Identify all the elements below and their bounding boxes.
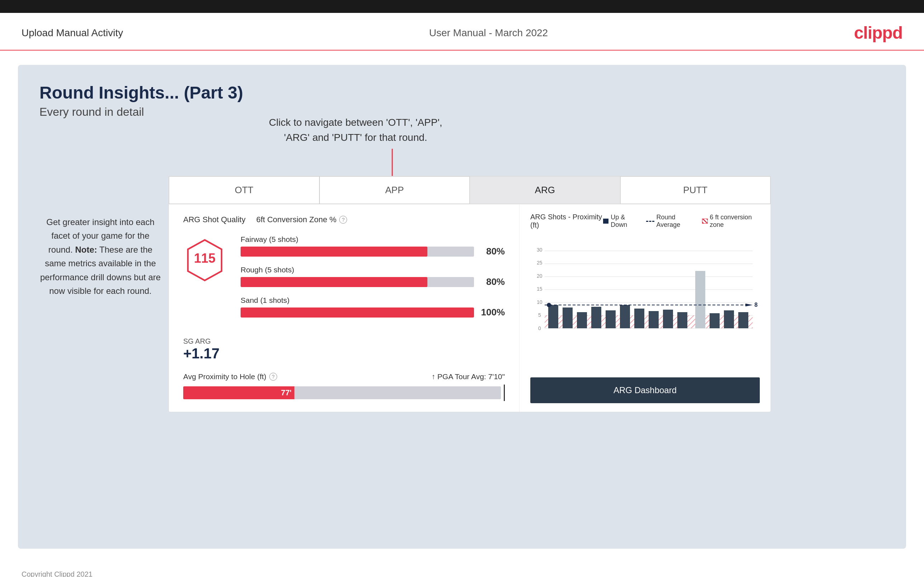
panel-header: ARG Shot Quality 6ft Conversion Zone % ? [183, 215, 505, 224]
svg-text:5: 5 [538, 312, 541, 318]
bar-row-rough: Rough (5 shots) 80% [241, 266, 505, 287]
bar-fill-rough [241, 277, 427, 287]
arg-dashboard-button[interactable]: ARG Dashboard [530, 377, 760, 403]
proximity-help-icon[interactable]: ? [269, 373, 277, 380]
svg-text:8: 8 [754, 302, 758, 308]
bar-wrapper-fairway: 80% [241, 246, 505, 257]
bar-fill-fairway [241, 247, 427, 256]
proximity-bar-text: 77' [281, 388, 291, 397]
section-subtitle: Every round in detail [39, 105, 885, 119]
bar-pct-fairway: 80% [480, 246, 505, 257]
bars-container: Fairway (5 shots) 80% Rough (5 shots) [241, 235, 505, 327]
legend-up-down: Up & Down [603, 214, 639, 229]
bar-wrapper-rough: 80% [241, 276, 505, 287]
chart-svg: 0 5 10 15 20 25 30 [530, 235, 760, 335]
bar-bg-sand [241, 308, 474, 318]
svg-rect-25 [620, 305, 630, 328]
left-panel: ARG Shot Quality 6ft Conversion Zone % ?… [169, 204, 520, 412]
conversion-zone-label: 6ft Conversion Zone % ? [256, 215, 347, 224]
header-center-title: User Manual - March 2022 [429, 27, 548, 39]
bar-row-sand: Sand (1 shots) 100% [241, 296, 505, 318]
bar-label-fairway: Fairway (5 shots) [241, 235, 505, 244]
bar-pct-sand: 100% [480, 307, 505, 318]
svg-rect-27 [695, 271, 705, 328]
sg-section: SG ARG +1.17 [183, 337, 505, 362]
top-bar [0, 0, 924, 13]
sg-value: +1.17 [183, 345, 505, 362]
tab-app[interactable]: APP [320, 176, 470, 204]
hex-value: 115 [194, 251, 215, 266]
svg-rect-28 [649, 311, 659, 328]
legend-round-avg: Round Average [646, 214, 695, 229]
hexagon-bars-container: 115 Fairway (5 shots) 80% [183, 235, 505, 327]
proximity-bar-fill: 77' [183, 386, 294, 399]
bar-bg-fairway [241, 247, 474, 256]
svg-rect-20 [548, 305, 558, 328]
tab-putt[interactable]: PUTT [620, 176, 771, 204]
proximity-cursor [504, 385, 505, 401]
proximity-avg: ↑ PGA Tour Avg: 7'10" [432, 372, 505, 381]
proximity-section: Avg Proximity to Hole (ft) ? ↑ PGA Tour … [183, 372, 505, 401]
bar-pct-rough: 80% [480, 276, 505, 287]
svg-rect-33 [738, 312, 748, 328]
legend-box-up-down [603, 219, 609, 224]
main-content: Round Insights... (Part 3) Every round i… [18, 65, 906, 549]
sg-label: SG ARG [183, 337, 505, 345]
tab-ott[interactable]: OTT [169, 176, 320, 204]
bar-label-sand: Sand (1 shots) [241, 296, 505, 305]
footer: Copyright Clippd 2021 [0, 563, 924, 577]
proximity-bar-bg: 77' [183, 386, 501, 399]
proximity-title: Avg Proximity to Hole (ft) ? [183, 372, 277, 381]
bar-label-rough: Rough (5 shots) [241, 266, 505, 274]
svg-text:25: 25 [537, 260, 543, 266]
right-panel: ARG Shots - Proximity (ft) Up & Down Rou… [520, 204, 771, 412]
bar-fill-sand [241, 308, 474, 318]
hexagon: 115 [183, 239, 226, 278]
svg-text:0: 0 [538, 326, 541, 331]
chart-header: ARG Shots - Proximity (ft) Up & Down Rou… [530, 213, 760, 229]
chart-area: 0 5 10 15 20 25 30 [530, 235, 760, 372]
section-title: Round Insights... (Part 3) [39, 83, 885, 103]
svg-point-35 [547, 303, 551, 307]
svg-rect-31 [709, 313, 720, 328]
dashboard-body: ARG Shot Quality 6ft Conversion Zone % ?… [169, 204, 771, 412]
conversion-zone-help-icon[interactable]: ? [339, 216, 347, 224]
chart-legend: Up & Down Round Average 6 ft conversion … [603, 214, 760, 229]
legend-hatch-conversion [702, 219, 708, 224]
dashboard-card: OTT APP ARG PUTT ARG Shot Quality 6ft Co… [168, 176, 771, 412]
annotation-text: Click to navigate between 'OTT', 'APP','… [269, 115, 443, 145]
svg-text:10: 10 [537, 299, 543, 305]
svg-text:30: 30 [537, 247, 543, 253]
svg-rect-23 [591, 307, 601, 328]
svg-marker-36 [745, 303, 753, 306]
tabs-container: OTT APP ARG PUTT [169, 176, 771, 204]
svg-rect-21 [562, 308, 573, 328]
svg-rect-22 [577, 312, 587, 328]
svg-rect-26 [634, 309, 645, 328]
svg-text:15: 15 [537, 286, 543, 292]
svg-text:20: 20 [537, 273, 543, 279]
legend-dashed-round-avg [646, 221, 654, 222]
bar-row-fairway: Fairway (5 shots) 80% [241, 235, 505, 257]
legend-label-conversion: 6 ft conversion zone [710, 214, 760, 229]
svg-rect-30 [677, 312, 687, 328]
proximity-header: Avg Proximity to Hole (ft) ? ↑ PGA Tour … [183, 372, 505, 381]
legend-conversion-zone: 6 ft conversion zone [702, 214, 760, 229]
svg-rect-32 [724, 310, 734, 328]
clippd-logo: clippd [854, 23, 903, 43]
header: Upload Manual Activity User Manual - Mar… [0, 13, 924, 50]
bar-wrapper-sand: 100% [241, 307, 505, 318]
chart-title: ARG Shots - Proximity (ft) [530, 213, 603, 229]
proximity-bar-wrapper: 77' [183, 385, 505, 401]
note-label: Note: [75, 245, 97, 255]
legend-label-up-down: Up & Down [611, 214, 639, 229]
svg-rect-24 [606, 310, 615, 328]
arg-shot-quality-label: ARG Shot Quality [183, 215, 246, 224]
left-description: Get greater insight into each facet of y… [39, 215, 162, 298]
svg-rect-29 [663, 309, 673, 328]
legend-label-round-avg: Round Average [656, 214, 695, 229]
bar-bg-rough [241, 277, 474, 287]
copyright-text: Copyright Clippd 2021 [21, 570, 92, 577]
upload-manual-activity-link[interactable]: Upload Manual Activity [21, 27, 123, 39]
tab-arg[interactable]: ARG [470, 176, 620, 204]
